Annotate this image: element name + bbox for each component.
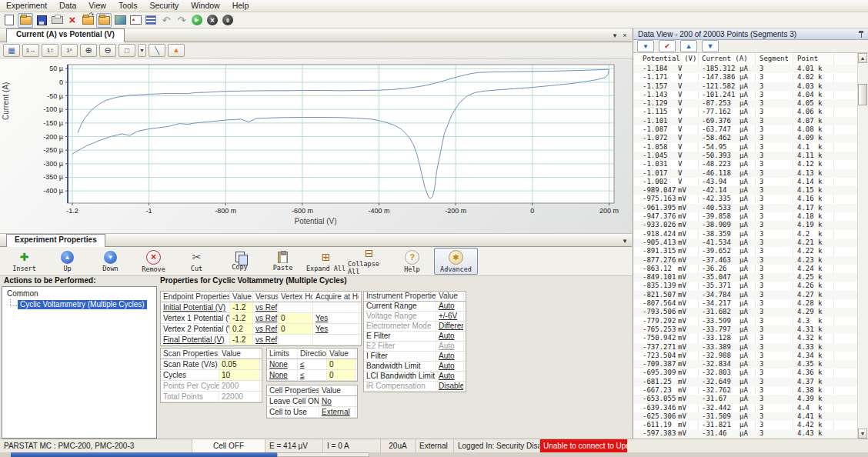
data-row[interactable]: -1.087V-63.747µA34.08k [633,125,857,134]
data-row[interactable]: -1.115V-77.162µA34.06k [633,108,857,116]
value-link[interactable]: Initial Potential (V) [161,302,230,312]
menu-view[interactable]: View [82,0,112,12]
data-row[interactable]: -1.045V-50.393µA34.11k [633,152,857,160]
paste-button[interactable]: Paste [262,249,304,274]
data-row[interactable]: -947.376mV-39.858µA34.18k [633,212,857,221]
data-row[interactable]: -1.031V-48.223µA34.12k [633,160,857,168]
data-row[interactable]: -1.101V-69.376µA34.07k [633,117,857,125]
data-row[interactable]: -807.564mV-34.217µA34.28k [633,299,857,308]
value-link[interactable]: Final Potential (V) [161,335,230,345]
delete-icon[interactable] [65,14,79,27]
data-row[interactable]: -918.424mV-38.359µA34.2k [633,230,857,239]
value-link[interactable]: Auto [436,372,464,381]
data-row[interactable]: -891.315mV-39.652µA34.22k [633,247,857,255]
graph-analysis-icon[interactable] [129,14,142,27]
value-link[interactable]: ≤ [298,370,327,380]
menu-window[interactable]: Window [185,0,225,12]
value-link[interactable]: vs Ref [253,335,279,345]
data-row[interactable]: -681.25mV-32.649µA34.37k [633,378,857,386]
value-link[interactable]: Auto [436,352,464,361]
data-row[interactable]: -765.253mV-33.797µA34.31k [633,325,857,334]
zoom-mode-dropdown-icon[interactable] [138,44,146,57]
value-link[interactable]: vs Ref [253,313,279,323]
data-row[interactable]: -975.163mV-42.335µA34.16k [633,195,857,203]
remove-button[interactable]: Remove [132,249,175,274]
value-link[interactable]: None [267,370,298,380]
peak-tool-icon[interactable] [168,44,185,57]
data-row[interactable]: -821.507mV-34.784µA34.27k [633,291,857,299]
data-row[interactable]: -653.055mV-31.67µA34.39k [633,395,857,403]
graph-pane-dropdown-icon[interactable]: ▾ [610,31,619,40]
step-back-icon[interactable] [159,14,173,27]
value-link[interactable]: External [319,407,356,417]
down-button[interactable]: Down [89,249,132,274]
save-icon[interactable] [35,14,48,27]
editable-value-cell[interactable]: 0 [279,313,313,323]
value-link[interactable]: +/-6V [436,312,464,321]
collapse-all-button[interactable]: Collapse All [348,249,390,274]
menu-data[interactable]: Data [53,0,82,12]
copy-button[interactable]: Copy [219,249,261,274]
editable-value-cell[interactable]: 0.05 [219,359,260,369]
data-row[interactable]: -933.026mV-38.909µA34.19k [633,221,857,229]
axis-x-scale-icon[interactable] [22,44,39,57]
editable-value-cell[interactable]: -1.2 [230,335,253,345]
editable-value-cell[interactable]: 0 [327,359,356,369]
scrollbar-thumb[interactable] [858,84,867,105]
help-button[interactable]: Help [391,249,433,274]
step-forward-icon[interactable] [175,14,189,27]
move-down-icon[interactable] [702,40,719,52]
insert-button[interactable]: Insert [3,249,45,274]
run-experiment-icon[interactable] [190,14,204,27]
graph-pane-close-icon[interactable]: × [620,31,629,40]
stop-experiment-icon[interactable] [205,14,219,27]
value-link[interactable]: Differential [436,322,464,331]
up-button[interactable]: Up [46,249,88,274]
value-link[interactable]: None [267,359,298,369]
data-row[interactable]: -1.129V-87.253µA34.05k [633,99,857,108]
tree-node-common[interactable]: Common [2,287,156,298]
data-row[interactable]: -779.292mV-33.599µA34.3k [633,317,857,325]
data-row[interactable]: -961.395mV-40.533µA34.17k [633,204,857,212]
sequence-list-icon[interactable] [144,14,158,27]
tree-node-cyclic-voltammetry[interactable]: Cyclic Voltammetry (Multiple Cycles) [18,300,147,309]
data-row[interactable]: -723.504mV-32.988µA34.34k [633,352,857,360]
open-data-icon[interactable] [96,13,112,28]
cut-button[interactable]: Cut [175,249,218,274]
print-icon[interactable] [50,14,64,27]
editable-value-cell[interactable]: -1.2 [230,302,253,312]
data-row[interactable]: -1.143V-101.241µA34.04k [633,91,857,99]
tab-experiment-properties[interactable]: Experiment Properties [6,234,105,247]
value-link[interactable]: No [319,396,356,406]
graph-properties-icon[interactable] [3,44,20,57]
data-row[interactable]: -597.383mV-31.46µA34.43k [633,429,857,438]
data-row[interactable]: -835.139mV-35.371µA34.26k [633,282,857,290]
data-row[interactable]: -667.23mV-32.762µA34.38k [633,386,857,395]
graph-view-icon[interactable] [113,14,127,27]
value-link[interactable]: Yes [313,324,359,334]
data-row[interactable]: -695.309mV-32.803µA34.36k [633,369,857,377]
pause-experiment-icon[interactable] [221,14,235,27]
data-row[interactable]: -863.12mV-36.26µA34.24k [633,265,857,273]
pin-icon[interactable] [858,31,864,38]
value-link[interactable]: vs Ref [253,302,279,312]
axis-y-scale-icon[interactable] [42,44,58,57]
edit-points-icon[interactable] [659,40,676,52]
zoom-in-icon[interactable] [80,44,97,57]
value-link[interactable]: Auto [436,362,464,371]
data-row[interactable]: -793.506mV-31.682µA34.29k [633,308,857,316]
data-row[interactable]: -625.306mV-31.509µA34.41k [633,412,857,421]
cv-plot[interactable]: -1.2-1-800 m-600 m-400 m-200 m0200 m50 µ… [3,60,628,215]
expand-all-button[interactable]: Expand All [305,249,347,274]
editable-value-cell[interactable]: 0 [279,324,313,334]
editable-value-cell[interactable]: 0 [327,370,356,380]
menu-experiment[interactable]: Experiment [0,0,53,12]
editable-value-cell[interactable]: -1.2 [230,313,253,323]
data-row[interactable]: -1.171V-147.386µA34.02k [633,73,857,82]
editable-value-cell[interactable]: 0.2 [230,324,253,334]
advanced-button[interactable]: Advanced [434,248,478,275]
value-link[interactable]: Auto [436,302,464,311]
data-row[interactable]: -1.184V-185.312µA34.01k [633,65,857,73]
data-row[interactable]: -1.058V-54.95µA34.1k [633,143,857,152]
open-experiment-icon[interactable] [18,13,33,28]
